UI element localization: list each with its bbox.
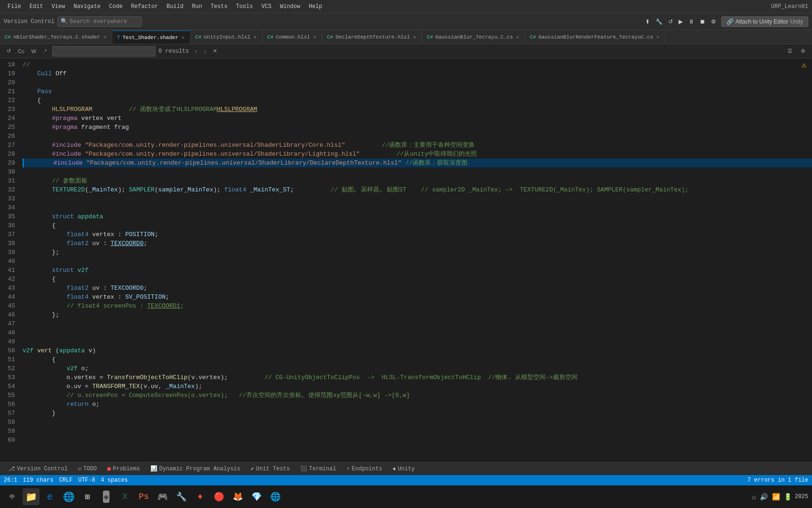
code-editor[interactable]: ⚠ 18 19 20 21 22 23 24 25 26 27 28 29 30… xyxy=(0,58,812,462)
code-line: HLSLPROGRAM // 函数块变成了HLSLPROGRAM HLSLPRO… xyxy=(23,105,812,114)
bottom-tab-terminal[interactable]: ⬛ Terminal xyxy=(296,464,341,473)
search-replace-toggle[interactable]: ↺ Cc W .* xyxy=(4,47,49,55)
code-line: Cull Off xyxy=(23,69,812,78)
prev-result-btn[interactable]: ↑ xyxy=(192,47,200,55)
toolbar-btn-3[interactable]: ↺ xyxy=(666,17,675,26)
tab-close-0[interactable]: ✕ xyxy=(102,34,107,40)
tab-common[interactable]: C# Common.hlsl ✕ xyxy=(263,31,322,44)
code-line: }; xyxy=(23,310,812,319)
word-toggle-btn[interactable]: W xyxy=(28,47,39,55)
tab-unityinput[interactable]: C# UnityInput.hlsl ✕ xyxy=(191,31,263,44)
close-search-btn[interactable]: ✕ xyxy=(210,47,220,55)
menu-item-refactor[interactable]: Refactor xyxy=(127,2,162,11)
menu-item-help[interactable]: Help xyxy=(305,2,326,11)
menu-item-tools[interactable]: Tools xyxy=(232,2,257,11)
taskbar-app3[interactable]: ♦ xyxy=(192,488,209,505)
menu-item-vcs[interactable]: VCS xyxy=(258,2,275,11)
taskbar-app6[interactable]: 💎 xyxy=(248,488,265,505)
taskbar-unity3d[interactable]: ◆ xyxy=(98,488,115,505)
filter-btn[interactable]: ☰ xyxy=(785,47,795,55)
tab-icon-4: C# xyxy=(327,34,333,40)
taskbar-app4[interactable]: 🔴 xyxy=(211,488,227,505)
bottom-tab-dpa[interactable]: 📊 Dynamic Program Analysis xyxy=(146,464,245,473)
app4-icon: 🔴 xyxy=(214,492,224,502)
taskbar-chinese[interactable]: 中 xyxy=(4,488,21,505)
toolbar-btn-4[interactable]: ▶ xyxy=(676,17,685,26)
search-everywhere-input[interactable]: 🔍 Search everywhere xyxy=(57,16,142,27)
menu-item-window[interactable]: Window xyxy=(276,2,304,11)
code-line: float2 uv : TEXCOORD0; xyxy=(23,239,812,248)
code-line: } xyxy=(23,409,812,418)
bottom-tab-todo[interactable]: ☑ TODO xyxy=(73,464,102,473)
code-line: #pragma vertex vert xyxy=(23,114,812,123)
toolbar-btn-stop[interactable]: ⏹ xyxy=(697,17,708,26)
toolbar-btn-settings[interactable]: ⚙ xyxy=(709,17,718,26)
windows-icon: ⊞ xyxy=(85,492,90,502)
settings-btn[interactable]: ⚙ xyxy=(798,47,808,55)
taskbar-app2[interactable]: 🔧 xyxy=(173,488,190,505)
code-line: #include "Packages/com.unity.render-pipe… xyxy=(23,141,812,150)
toolbar-btn-1[interactable]: ⬆ xyxy=(643,17,652,26)
code-line xyxy=(23,337,812,346)
bottom-tab-unity[interactable]: ◆ Unity xyxy=(388,464,419,473)
bottom-tab-unittests[interactable]: ✔ Unit Tests xyxy=(246,464,295,473)
menu-item-run[interactable]: Run xyxy=(188,2,206,11)
tab-label-0: nBlurShader_Tecrayu.C.shader xyxy=(13,34,100,40)
code-line: o.vertex = TransformObjectToHClip(v.vert… xyxy=(23,373,812,382)
taskbar-app7[interactable]: 🌐 xyxy=(267,488,284,505)
search-toggle-btn[interactable]: ↺ xyxy=(4,47,14,55)
tab-declaredepth[interactable]: C# DeclareDepthTexture.hlsl ✕ xyxy=(322,31,422,44)
menu-item-navigate[interactable]: Navigate xyxy=(70,2,104,11)
tab-close-1[interactable]: ✕ xyxy=(181,34,186,41)
taskbar-ps[interactable]: Ps xyxy=(135,488,152,505)
menu-item-tests[interactable]: Tests xyxy=(207,2,231,11)
explorer-icon: 📁 xyxy=(25,491,37,503)
search-input[interactable] xyxy=(52,46,156,56)
search-placeholder: Search everywhere xyxy=(70,18,127,25)
tab-close-3[interactable]: ✕ xyxy=(312,34,317,40)
replace-toggle-btn[interactable]: Cc xyxy=(15,47,27,55)
status-encoding: UTF-8 xyxy=(78,477,95,484)
code-line: float2 uv : TEXCOORD0; xyxy=(23,284,812,293)
bottom-tab-versioncontrol[interactable]: ⎇ Version Control xyxy=(4,464,72,473)
code-line: // 参数面板 xyxy=(23,176,812,185)
code-content[interactable]: // Cull Off Pass { HLSLPROGRAM // 函数块变成了… xyxy=(19,58,812,462)
tab-label-5: GaussianBlur_Tecrayu.C.cs xyxy=(436,34,513,40)
taskbar-explorer[interactable]: 📁 xyxy=(23,488,39,505)
bottom-tab-endpoints[interactable]: ⚡ Endpoints xyxy=(342,464,387,473)
menu-item-edit[interactable]: Edit xyxy=(26,2,47,11)
tab-close-5[interactable]: ✕ xyxy=(515,34,520,40)
code-line: { xyxy=(23,355,812,364)
code-line: struct v2f xyxy=(23,266,812,275)
next-result-btn[interactable]: ↓ xyxy=(201,47,210,55)
code-line: float4 vertex : SV_POSITION; xyxy=(23,293,812,302)
taskbar-chrome[interactable]: 🌐 xyxy=(60,488,77,505)
tab-close-4[interactable]: ✕ xyxy=(412,34,417,40)
search-bar: ↺ Cc W .* 0 results ↑ ↓ ✕ ☰ ⚙ xyxy=(0,44,812,58)
menu-item-code[interactable]: Code xyxy=(105,2,126,11)
toolbar-btn-pause[interactable]: ⏸ xyxy=(686,17,696,26)
attach-to-unity-button[interactable]: 🔗 Attach to Unity Editor Unity xyxy=(721,16,808,27)
menu-item-file[interactable]: File xyxy=(4,2,25,11)
code-line xyxy=(23,167,812,176)
tab-gaussianblur[interactable]: C# GaussianBlur_Tecrayu.C.cs ✕ xyxy=(422,31,525,44)
taskbar-app5[interactable]: 🦊 xyxy=(229,488,246,505)
taskbar-windows[interactable]: ⊞ xyxy=(79,488,96,505)
menu-item-view[interactable]: View xyxy=(48,2,69,11)
tab-gaussianblurfeature[interactable]: C# GaussianBlurRenderFeature_TecrayuC.cs… xyxy=(525,31,665,44)
bottom-tab-problems[interactable]: Problems xyxy=(102,465,145,473)
tab-icon-3: C# xyxy=(267,34,273,40)
taskbar-app1[interactable]: 🎮 xyxy=(154,488,171,505)
tab-icon-1: T xyxy=(117,35,120,40)
menu-item-build[interactable]: Build xyxy=(163,2,187,11)
taskbar-excel[interactable]: X xyxy=(117,488,133,505)
tab-nblurshader[interactable]: C# nBlurShader_Tecrayu.C.shader ✕ xyxy=(0,31,112,44)
toolbar-btn-2[interactable]: 🔧 xyxy=(653,17,665,26)
tab-close-6[interactable]: ✕ xyxy=(656,34,660,40)
toolbar-icons: ⬆ 🔧 ↺ ▶ ⏸ ⏹ ⚙ xyxy=(643,17,718,26)
regex-toggle-btn[interactable]: .* xyxy=(40,47,49,55)
taskbar-edge[interactable]: e xyxy=(41,488,58,505)
tab-test-shader[interactable]: T Test_Shader.shader ✕ xyxy=(112,31,190,44)
code-line: { xyxy=(23,275,812,284)
tab-close-2[interactable]: ✕ xyxy=(253,34,258,40)
